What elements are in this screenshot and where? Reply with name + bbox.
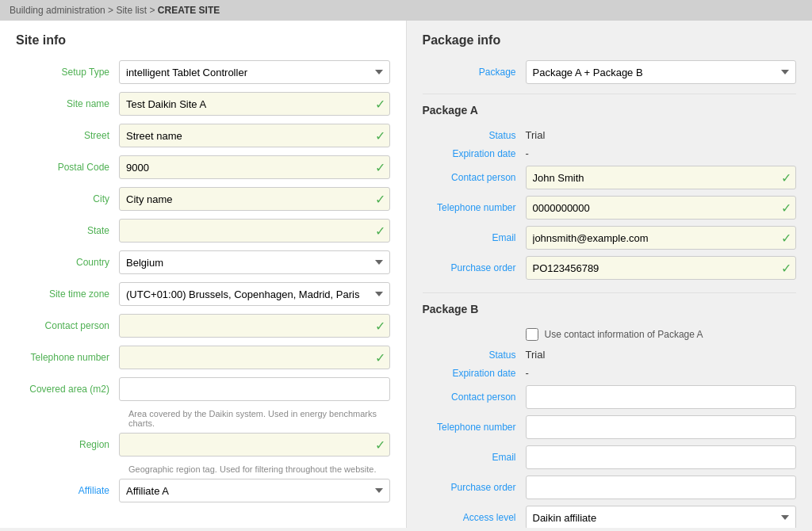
package-info-panel: Package info Package Package A + Package… [407, 21, 813, 528]
telephone-label: Telephone number [16, 352, 119, 363]
pkg-b-contact-control [526, 385, 797, 409]
pkg-b-status-label: Status [423, 350, 526, 361]
pkg-a-contact-check-icon: ✓ [781, 170, 791, 185]
site-name-label: Site name [16, 98, 119, 109]
timezone-label: Site time zone [16, 288, 119, 300]
breadcrumb: Building administration > Site list > CR… [0, 0, 812, 21]
breadcrumb-sep2: > [149, 5, 157, 16]
setup-type-label: Setup Type [16, 67, 119, 78]
street-control: ✓ [119, 124, 390, 147]
pkg-b-status-value: Trial [526, 349, 546, 361]
pkg-a-purchase-input[interactable] [526, 256, 797, 280]
state-input[interactable] [119, 219, 390, 243]
timezone-select[interactable]: (UTC+01:00) Brussels, Copenhagen, Madrid… [119, 282, 390, 306]
street-input[interactable] [119, 124, 390, 147]
contact-person-label: Contact person [16, 320, 119, 331]
contact-person-check-icon: ✓ [375, 319, 385, 334]
pkg-b-access-row: Access level Daikin affiliate Partner Cu… [423, 506, 797, 528]
country-label: Country [16, 257, 119, 268]
pkg-b-email-input[interactable] [526, 445, 797, 469]
pkg-b-purchase-label: Purchase order [423, 482, 526, 493]
site-info-panel: Site info Setup Type intelligent Tablet … [0, 21, 407, 528]
site-name-input[interactable] [119, 92, 390, 116]
pkg-b-telephone-control [526, 415, 797, 439]
divider-2 [423, 292, 797, 293]
covered-area-label: Covered area (m2) [16, 384, 119, 395]
pkg-a-telephone-check-icon: ✓ [781, 201, 791, 216]
street-row: Street ✓ [16, 124, 390, 147]
pkg-a-purchase-row: Purchase order ✓ [423, 256, 797, 280]
pkg-a-expiration-row: Expiration date - [423, 147, 797, 159]
package-b-title: Package B [423, 303, 797, 319]
pkg-a-contact-input[interactable] [526, 166, 797, 189]
city-check-icon: ✓ [375, 192, 385, 207]
pkg-b-contact-input[interactable] [526, 385, 797, 409]
postal-code-check-icon: ✓ [375, 160, 385, 175]
pkg-a-purchase-control: ✓ [526, 256, 797, 280]
region-hint: Geographic region tag. Used for filterin… [128, 464, 390, 474]
pkg-b-email-control [526, 445, 797, 469]
city-input[interactable] [119, 187, 390, 211]
pkg-b-access-control: Daikin affiliate Partner Customer [526, 506, 797, 528]
pkg-b-expiration-label: Expiration date [423, 368, 526, 379]
pkg-a-expiration-value: - [526, 147, 529, 159]
telephone-row: Telephone number ✓ [16, 346, 390, 369]
pkg-b-email-row: Email [423, 445, 797, 469]
pkg-b-email-label: Email [423, 452, 526, 463]
country-row: Country Belgium Netherlands France Germa… [16, 250, 390, 274]
street-label: Street [16, 130, 119, 141]
contact-person-input[interactable] [119, 314, 390, 338]
region-check-icon: ✓ [375, 437, 385, 453]
package-info-title: Package info [423, 33, 797, 48]
package-row: Package Package A + Package B Package A … [423, 60, 797, 84]
region-row: Region ✓ [16, 433, 390, 457]
telephone-control: ✓ [119, 346, 390, 369]
pkg-b-telephone-row: Telephone number [423, 415, 797, 439]
pkg-a-status-value: Trial [526, 129, 546, 141]
contact-person-control: ✓ [119, 314, 390, 338]
city-label: City [16, 193, 119, 204]
pkg-a-email-label: Email [423, 232, 526, 243]
pkg-b-access-label: Access level [423, 512, 526, 523]
country-control: Belgium Netherlands France Germany [119, 250, 390, 274]
country-select[interactable]: Belgium Netherlands France Germany [119, 250, 390, 274]
timezone-control: (UTC+01:00) Brussels, Copenhagen, Madrid… [119, 282, 390, 306]
pkg-b-purchase-input[interactable] [526, 476, 797, 499]
pkg-b-expiration-row: Expiration date - [423, 367, 797, 379]
affiliate-select[interactable]: Affiliate A Affiliate B [119, 479, 390, 502]
setup-type-row: Setup Type intelligent Tablet Controller [16, 60, 390, 84]
covered-area-input[interactable] [119, 377, 390, 401]
divider-1 [423, 94, 797, 94]
pkg-a-purchase-check-icon: ✓ [781, 261, 791, 276]
postal-code-row: Postal Code ✓ [16, 155, 390, 179]
site-name-row: Site name ✓ [16, 92, 390, 116]
affiliate-row: Affiliate Affiliate A Affiliate B [16, 479, 390, 502]
street-check-icon: ✓ [375, 128, 385, 143]
pkg-a-email-input[interactable] [526, 226, 797, 250]
region-input[interactable] [119, 433, 390, 457]
pkg-b-telephone-input[interactable] [526, 415, 797, 439]
pkg-a-contact-control: ✓ [526, 166, 797, 189]
state-check-icon: ✓ [375, 223, 385, 239]
telephone-check-icon: ✓ [375, 350, 385, 365]
state-row: State ✓ [16, 219, 390, 243]
city-row: City ✓ [16, 187, 390, 211]
setup-type-select[interactable]: intelligent Tablet Controller [119, 60, 390, 84]
pkg-b-purchase-control [526, 476, 797, 499]
package-a-section: Package A Status Trial Expiration date -… [423, 104, 797, 280]
postal-code-control: ✓ [119, 155, 390, 179]
pkg-a-email-control: ✓ [526, 226, 797, 250]
pkg-a-telephone-input[interactable] [526, 196, 797, 220]
use-contact-checkbox[interactable] [526, 328, 538, 341]
pkg-b-access-select[interactable]: Daikin affiliate Partner Customer [526, 506, 797, 528]
pkg-a-email-row: Email ✓ [423, 226, 797, 250]
contact-person-row: Contact person ✓ [16, 314, 390, 338]
pkg-a-expiration-label: Expiration date [423, 148, 526, 159]
postal-code-input[interactable] [119, 155, 390, 179]
breadcrumb-current: CREATE SITE [158, 5, 220, 16]
use-contact-row: Use contact information of Package A [526, 328, 797, 341]
pkg-a-contact-row: Contact person ✓ [423, 166, 797, 189]
telephone-input[interactable] [119, 346, 390, 369]
affiliate-control: Affiliate A Affiliate B [119, 479, 390, 502]
package-select[interactable]: Package A + Package B Package A Package … [526, 60, 797, 84]
